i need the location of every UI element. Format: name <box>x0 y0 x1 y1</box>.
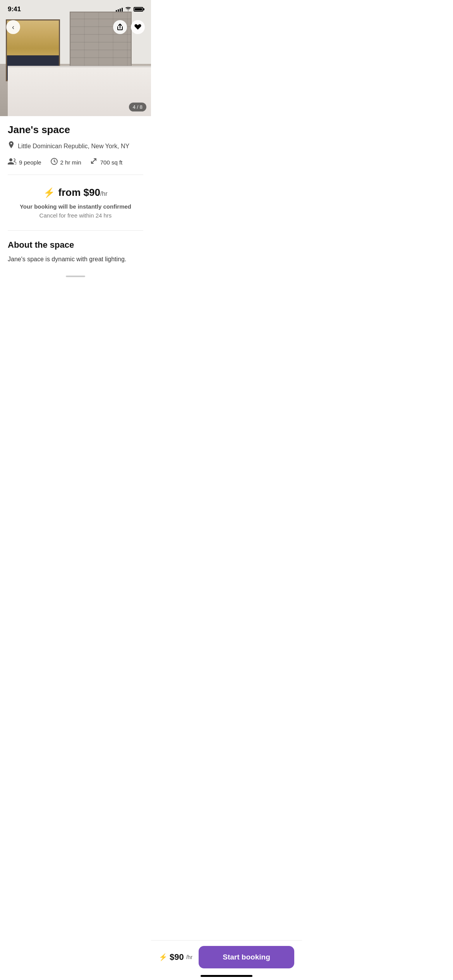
price-unit: /hr <box>100 190 108 197</box>
favorite-button[interactable] <box>131 20 145 34</box>
capacity-spec: 9 people <box>8 158 41 166</box>
location-icon <box>8 141 15 151</box>
hero-image-container: ‹ 4 / 8 <box>0 0 151 116</box>
back-button[interactable]: ‹ <box>6 20 20 34</box>
signal-icon <box>116 7 123 12</box>
price-row: ⚡ from $90/hr <box>8 187 143 199</box>
cancel-policy-text: Cancel for free within 24 hrs <box>8 212 143 219</box>
price-amount: $90 <box>83 187 100 198</box>
price-text: from $90/hr <box>58 187 107 199</box>
pricing-section: ⚡ from $90/hr Your booking will be insta… <box>8 183 143 223</box>
image-counter: 4 / 8 <box>129 103 146 111</box>
clock-icon <box>51 158 58 167</box>
location-text: Little Dominican Republic, New York, NY <box>18 143 129 150</box>
about-description: Jane's space is dynamic with great light… <box>8 255 143 264</box>
status-time: 9:41 <box>8 5 21 13</box>
area-text: 700 sq ft <box>100 159 123 166</box>
about-title: About the space <box>8 240 143 250</box>
people-icon <box>8 158 16 166</box>
time-spec: 2 hr min <box>51 158 81 167</box>
area-icon <box>91 158 98 167</box>
specs-row: 9 people 2 hr min 700 sq ft <box>8 158 143 167</box>
divider-2 <box>8 230 143 231</box>
battery-icon <box>134 7 143 12</box>
divider-1 <box>8 175 143 175</box>
status-bar: 9:41 <box>0 0 151 16</box>
lightning-icon-pricing: ⚡ <box>43 187 55 198</box>
min-time-text: 2 hr min <box>60 159 81 166</box>
main-content: Jane's space Little Dominican Republic, … <box>0 116 151 322</box>
scroll-hint <box>66 276 85 277</box>
share-button[interactable] <box>113 20 127 34</box>
room-scene <box>0 0 151 116</box>
wifi-icon <box>125 6 131 12</box>
location-row: Little Dominican Republic, New York, NY <box>8 141 143 151</box>
nav-actions <box>113 20 145 34</box>
space-title: Jane's space <box>8 124 143 136</box>
capacity-text: 9 people <box>19 159 41 166</box>
instant-confirm-text: Your booking will be instantly confirmed <box>8 203 143 210</box>
about-section: About the space Jane's space is dynamic … <box>8 238 143 264</box>
price-from-label: from <box>58 187 83 198</box>
area-spec: 700 sq ft <box>91 158 123 167</box>
status-icons <box>116 6 143 12</box>
